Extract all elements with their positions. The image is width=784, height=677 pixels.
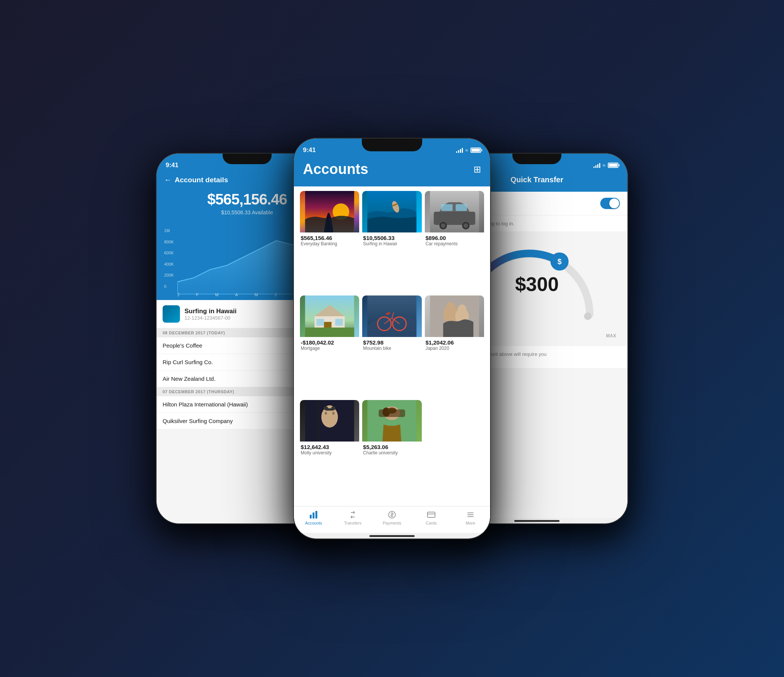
transaction-name: Rip Curl Surfing Co.: [163, 359, 213, 365]
svg-rect-18: [335, 319, 343, 326]
account-card-6[interactable]: $1,2042.06 Japan 2020: [425, 296, 484, 397]
home-indicator-right: [514, 520, 560, 522]
svg-point-27: [446, 302, 455, 311]
transfer-amount: $300: [515, 273, 559, 296]
tab-more[interactable]: More: [457, 510, 484, 525]
center-phone: 9:41 ≈ Accounts ⊞: [294, 139, 490, 538]
account-amount-4: -$180,042.02: [301, 339, 358, 346]
account-amount-8: $5,263.06: [363, 444, 421, 450]
account-amount-7: $12,642.43: [301, 444, 358, 450]
tab-transfers-label: Transfers: [344, 521, 361, 525]
svg-point-35: [325, 412, 327, 415]
quick-transfer-title: Quick Transfer: [510, 176, 563, 184]
svg-rect-17: [317, 319, 324, 326]
svg-rect-45: [313, 512, 315, 518]
svg-point-28: [457, 305, 466, 313]
status-icons-center: ≈: [456, 147, 481, 153]
account-amount-2: $10,5506.33: [363, 235, 421, 241]
account-amount-1: $565,156.46: [301, 235, 358, 241]
account-name-1: Everyday Banking: [301, 241, 358, 246]
accounts-page-title: Accounts: [303, 161, 368, 177]
tab-transfers[interactable]: Transfers: [339, 510, 366, 525]
svg-rect-46: [316, 511, 317, 518]
svg-rect-37: [317, 400, 320, 442]
account-name-8: Charlie university: [363, 450, 421, 456]
svg-point-36: [332, 412, 334, 415]
account-card-2[interactable]: $10,5506.33 Surfing in Hawaii: [362, 191, 422, 293]
chart-y-labels: 1M 800K 600K 400K 200K 0: [164, 228, 174, 289]
svg-rect-43: [379, 409, 405, 417]
tab-more-label: More: [465, 521, 475, 525]
account-number: 12-1234-1234567-00: [185, 315, 236, 321]
transaction-name: Quiksilver Surfing Company: [163, 418, 233, 424]
account-name-4: Mortgage: [301, 346, 358, 351]
account-name-5: Mountain bike: [363, 346, 421, 351]
account-name-6: Japan 2020: [426, 346, 483, 351]
tab-cards[interactable]: Cards: [418, 510, 445, 525]
account-card-4[interactable]: -$180,042.02 Mortgage: [300, 296, 359, 397]
tab-accounts[interactable]: Accounts: [300, 510, 327, 525]
notch-left: [222, 154, 272, 164]
notch-center: [362, 139, 422, 151]
account-amount-6: $1,2042.06: [426, 339, 483, 346]
svg-text:$: $: [557, 257, 562, 266]
back-arrow[interactable]: ←: [164, 176, 172, 184]
grid-view-icon[interactable]: ⊞: [473, 164, 481, 175]
quick-transfer-toggle[interactable]: [600, 198, 620, 209]
tab-bar: Accounts Transfers Payments: [294, 506, 490, 533]
transaction-name: Air New Zealand Ltd.: [163, 375, 215, 382]
account-card-1[interactable]: $565,156.46 Everyday Banking: [300, 191, 359, 293]
account-amount-3: $896.00: [426, 235, 483, 241]
status-icons-right: ≈: [593, 162, 618, 168]
svg-rect-7: [441, 204, 453, 211]
account-card-5[interactable]: $752.98 Mountain bike: [362, 296, 422, 397]
status-time-left: 9:41: [166, 162, 179, 169]
account-card-3[interactable]: $896.00 Car repayments: [425, 191, 484, 293]
tab-payments-label: Payments: [383, 521, 401, 525]
transaction-name: Hilton Plaza International (Hawaii): [163, 401, 248, 408]
tab-accounts-label: Accounts: [305, 521, 322, 525]
gauge-max-label: MAX: [606, 333, 616, 338]
account-card-7[interactable]: $12,642.43 Molly university: [300, 400, 359, 501]
svg-rect-34: [326, 408, 333, 411]
account-card-8[interactable]: $5,263.06 Charlie university: [362, 400, 422, 501]
account-amount-5: $752.98: [363, 339, 421, 346]
account-name-3: Car repayments: [426, 241, 483, 246]
account-name: Surfing in Hawaii: [185, 308, 236, 315]
svg-point-12: [463, 223, 468, 228]
svg-rect-6: [434, 212, 475, 225]
svg-point-55: [584, 313, 591, 320]
account-details-title: Account details: [175, 176, 228, 184]
svg-rect-48: [428, 512, 435, 517]
svg-rect-19: [305, 328, 354, 337]
svg-point-10: [441, 223, 445, 228]
svg-rect-8: [456, 204, 467, 211]
transaction-name: People's Coffee: [163, 342, 202, 349]
notch-right: [512, 154, 562, 164]
svg-rect-44: [310, 515, 312, 518]
status-time-center: 9:41: [303, 146, 316, 154]
account-name-2: Surfing in Hawaii: [363, 241, 421, 246]
tab-cards-label: Cards: [426, 521, 437, 525]
home-indicator-center: [369, 535, 415, 537]
tab-payments[interactable]: Payments: [379, 510, 405, 525]
account-name-7: Molly university: [301, 450, 358, 456]
